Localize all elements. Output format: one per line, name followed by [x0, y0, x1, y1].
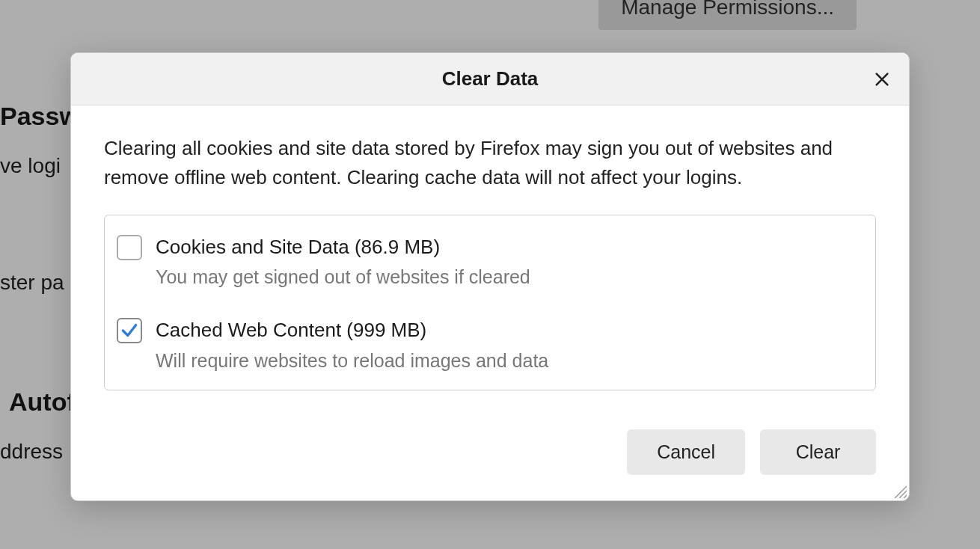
cache-text: Cached Web Content (999 MB) Will require…: [156, 316, 863, 371]
dialog-body: Clearing all cookies and site data store…: [71, 105, 909, 410]
cookies-text: Cookies and Site Data (86.9 MB) You may …: [156, 233, 863, 288]
clear-data-dialog: Clear Data Clearing all cookies and site…: [70, 52, 910, 501]
cookies-option: Cookies and Site Data (86.9 MB) You may …: [117, 233, 863, 288]
clear-button[interactable]: Clear: [760, 429, 876, 475]
cache-checkbox[interactable]: [117, 318, 142, 343]
dialog-footer: Cancel Clear: [71, 429, 909, 500]
cookies-checkbox[interactable]: [117, 235, 142, 260]
cookies-label: Cookies and Site Data (86.9 MB): [156, 233, 863, 260]
cookies-sublabel: You may get signed out of websites if cl…: [156, 266, 863, 288]
cache-sublabel: Will require websites to reload images a…: [156, 350, 863, 372]
resize-grip-icon[interactable]: [892, 483, 907, 498]
checkmark-icon: [120, 321, 139, 340]
svg-line-2: [904, 495, 907, 498]
cancel-button[interactable]: Cancel: [627, 429, 745, 475]
cache-label: Cached Web Content (999 MB): [156, 316, 863, 343]
dialog-description: Clearing all cookies and site data store…: [104, 134, 876, 192]
dialog-header: Clear Data: [71, 53, 909, 105]
dialog-title: Clear Data: [442, 67, 539, 91]
close-icon: [874, 71, 890, 88]
cache-option: Cached Web Content (999 MB) Will require…: [117, 316, 863, 371]
options-container: Cookies and Site Data (86.9 MB) You may …: [104, 215, 876, 390]
close-button[interactable]: [869, 66, 895, 93]
